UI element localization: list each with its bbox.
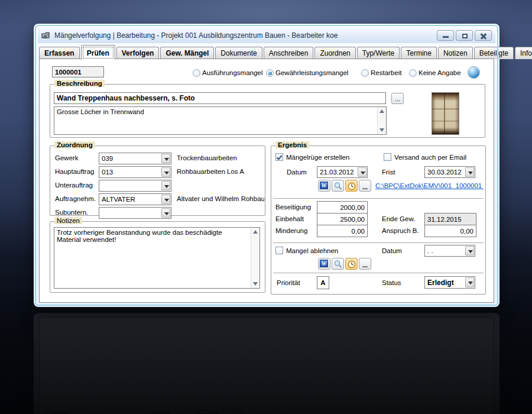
ablehnen-checkbox[interactable]: [275, 247, 283, 254]
unterauftrag-combobox: [99, 180, 171, 192]
dropdown-arrow-icon[interactable]: [161, 208, 170, 218]
einbehalt-input[interactable]: [320, 214, 365, 225]
browse-button[interactable]: ...: [359, 258, 371, 270]
scroll-down-icon[interactable]: [379, 128, 384, 132]
dropdown-arrow-icon[interactable]: [161, 167, 170, 177]
defect-photo-thumbnail[interactable]: [432, 92, 459, 135]
preview-button[interactable]: [332, 180, 344, 192]
minderung-input[interactable]: [320, 225, 365, 237]
dropdown-arrow-icon[interactable]: [465, 167, 474, 177]
tab-erfassen[interactable]: Erfassen: [39, 47, 80, 59]
beseitigung-input[interactable]: [320, 202, 365, 213]
status-label: Status: [382, 279, 401, 286]
einbehalt-label: Einbehalt: [275, 215, 304, 222]
word-button[interactable]: W: [318, 180, 330, 192]
tab-info[interactable]: Info: [515, 47, 532, 59]
clock-icon: [347, 182, 356, 191]
info-sphere-button[interactable]: [468, 66, 480, 79]
scroll-down-icon[interactable]: [253, 282, 258, 286]
prioritaet-label: Priorität: [277, 279, 300, 286]
dropdown-arrow-icon[interactable]: [465, 277, 474, 287]
frist-input[interactable]: [425, 167, 465, 177]
title-bar[interactable]: Mängelverfolgung | Bearbeitung - Projekt…: [38, 27, 495, 43]
browse-button[interactable]: ...: [359, 180, 371, 192]
check-icon: [277, 154, 283, 160]
scroll-up-icon[interactable]: [253, 230, 258, 234]
subunternehmer-label: Subuntern.: [55, 209, 88, 216]
minimize-icon: [443, 36, 449, 38]
dropdown-arrow-icon[interactable]: [465, 246, 474, 255]
status-input[interactable]: [425, 277, 465, 288]
close-button[interactable]: [475, 30, 492, 41]
beseitigung-label: Beseitigung: [275, 203, 311, 211]
tab-beteiligte[interactable]: Beteiligte: [474, 47, 514, 59]
ablehnen-datum-picker: [424, 245, 475, 257]
radio-gewaehrleistungsmangel[interactable]: [266, 69, 274, 77]
preview-button[interactable]: [332, 258, 344, 270]
minimize-button[interactable]: [437, 30, 454, 41]
reflection-shade: [0, 308, 532, 414]
group-zuordnung-label: Zuordnung: [54, 141, 95, 148]
word-icon: W: [320, 182, 328, 189]
anspruch-field: [424, 225, 476, 237]
document-link[interactable]: C:\BPC\ExtDok\EMV\001_1000001_I: [375, 182, 484, 189]
gewerk-label: Gewerk: [55, 154, 79, 161]
datum-input[interactable]: [317, 167, 357, 177]
radio-restarbeit[interactable]: [361, 69, 369, 77]
group-beschreibung: Beschreibung ... Grosse Löcher in Trennw…: [50, 84, 485, 138]
rejection-toolbar: W ...: [318, 258, 371, 270]
description-more-button[interactable]: ...: [391, 93, 404, 104]
ende-gew-input: [427, 214, 473, 225]
radio-ausfuehrungsmangel[interactable]: [193, 69, 200, 77]
description-details-field: Grosse Löcher in Trennwand: [54, 106, 387, 135]
tab-dokumente[interactable]: Dokumente: [215, 47, 262, 59]
tab-termine[interactable]: Termine: [401, 47, 437, 59]
maengelruege-checkbox[interactable]: [275, 153, 283, 161]
separator: [273, 198, 484, 199]
auftragnehmer-input[interactable]: [99, 194, 161, 205]
tab-gew-maengel[interactable]: Gew. Mängel: [160, 47, 214, 59]
unterauftrag-label: Unterauftrag: [55, 182, 93, 189]
minderung-field: [317, 225, 368, 237]
ablehnen-datum-input[interactable]: [425, 245, 465, 256]
group-notizen: Notizen Trotz vorheriger Beanstandung wu…: [50, 221, 265, 293]
notes-textarea[interactable]: Trotz vorheriger Beanstandung wurde das …: [54, 228, 250, 288]
radio-keine-angabe[interactable]: [409, 69, 417, 77]
dropdown-arrow-icon[interactable]: [358, 167, 366, 177]
tab-anschreiben[interactable]: Anschreiben: [264, 47, 314, 59]
tab-notizen[interactable]: Notizen: [438, 47, 473, 59]
radio-ausfuehrungsmangel-label: Ausführungsmangel: [202, 69, 262, 76]
app-window: Mängelverfolgung | Bearbeitung - Projekt…: [34, 24, 499, 307]
anspruch-input[interactable]: [427, 225, 473, 237]
notes-scrollbar: [251, 228, 259, 288]
app-icon: [41, 31, 51, 40]
description-title-input[interactable]: [54, 92, 386, 104]
radio-gewaehrleistungsmangel-label: Gewährleistungsmangel: [275, 69, 348, 76]
tab-typ-werte[interactable]: Typ/Werte: [357, 47, 400, 59]
subunternehmer-input[interactable]: [99, 208, 161, 218]
restore-button[interactable]: [456, 30, 473, 41]
tab-zuordnen[interactable]: Zuordnen: [314, 47, 355, 59]
tab-verfolgen[interactable]: Verfolgen: [116, 47, 160, 59]
auftragnehmer-combobox: [99, 193, 171, 205]
separator: [273, 242, 484, 244]
word-button[interactable]: W: [318, 258, 330, 270]
history-button[interactable]: [345, 180, 358, 192]
history-button[interactable]: [345, 258, 358, 270]
record-number-input[interactable]: [52, 66, 104, 77]
gewerk-input[interactable]: [99, 153, 161, 164]
description-details-textarea[interactable]: Grosse Löcher in Trennwand: [54, 107, 377, 134]
tab-page-pruefen: Ausführungsmangel Gewährleistungsmangel …: [39, 59, 494, 303]
dropdown-arrow-icon[interactable]: [161, 195, 170, 204]
dropdown-arrow-icon[interactable]: [161, 181, 170, 190]
prioritaet-input[interactable]: [317, 276, 329, 289]
scroll-up-icon[interactable]: [379, 109, 384, 113]
dropdown-arrow-icon[interactable]: [161, 154, 170, 163]
email-checkbox[interactable]: [384, 153, 391, 161]
tab-pruefen[interactable]: Prüfen: [81, 45, 115, 60]
ablehnen-datum-label: Datum: [382, 247, 402, 254]
hauptauftrag-input[interactable]: [99, 167, 161, 177]
unterauftrag-input[interactable]: [99, 180, 161, 191]
separator: [273, 273, 484, 274]
email-label: Versand auch per Email: [394, 154, 466, 161]
